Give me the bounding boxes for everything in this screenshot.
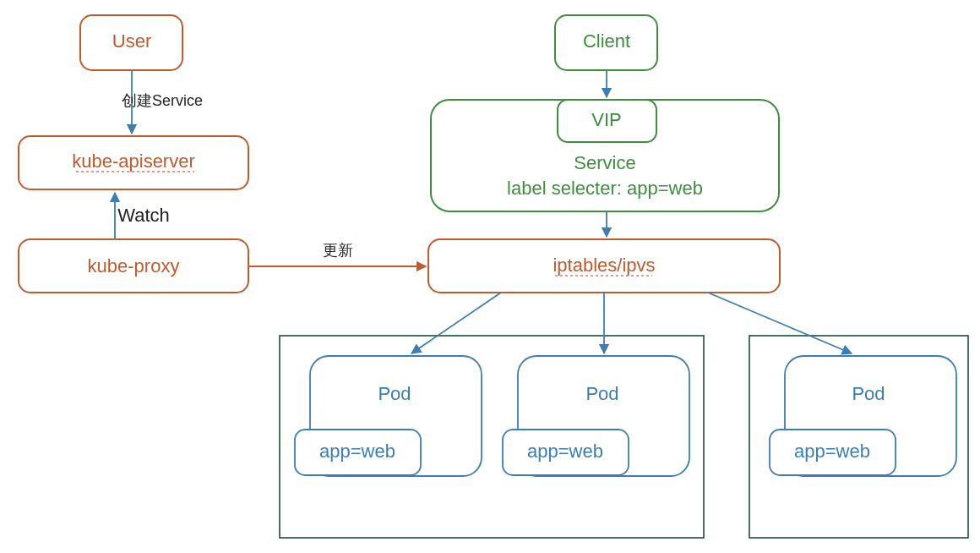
- service-title: Service: [574, 152, 635, 173]
- edge-iptables-pod1: [411, 293, 501, 353]
- edge-iptables-pod3: [708, 293, 852, 353]
- edge-create-service-label: 创建Service: [122, 92, 203, 109]
- iptables-label: iptables/ipvs: [553, 255, 655, 276]
- service-selector: label selecter: app=web: [507, 178, 703, 199]
- pod-label: app=web: [527, 441, 603, 462]
- pod-label: app=web: [794, 441, 870, 462]
- pod-1: Pod app=web: [295, 356, 482, 476]
- pod-3: Pod app=web: [770, 356, 956, 476]
- edge-watch-label: Watch: [117, 205, 170, 226]
- kubeproxy-label: kube-proxy: [88, 255, 180, 276]
- edge-update-label: 更新: [323, 242, 353, 259]
- user-label: User: [112, 30, 151, 52]
- pod-2: Pod app=web: [503, 356, 689, 476]
- vip-label: VIP: [591, 109, 621, 130]
- apiserver-label: kube-apiserver: [72, 151, 195, 172]
- pod-title: Pod: [852, 383, 885, 404]
- client-label: Client: [583, 30, 630, 52]
- pod-title: Pod: [378, 383, 411, 404]
- pod-title: Pod: [585, 383, 618, 404]
- pod-label: app=web: [319, 441, 395, 462]
